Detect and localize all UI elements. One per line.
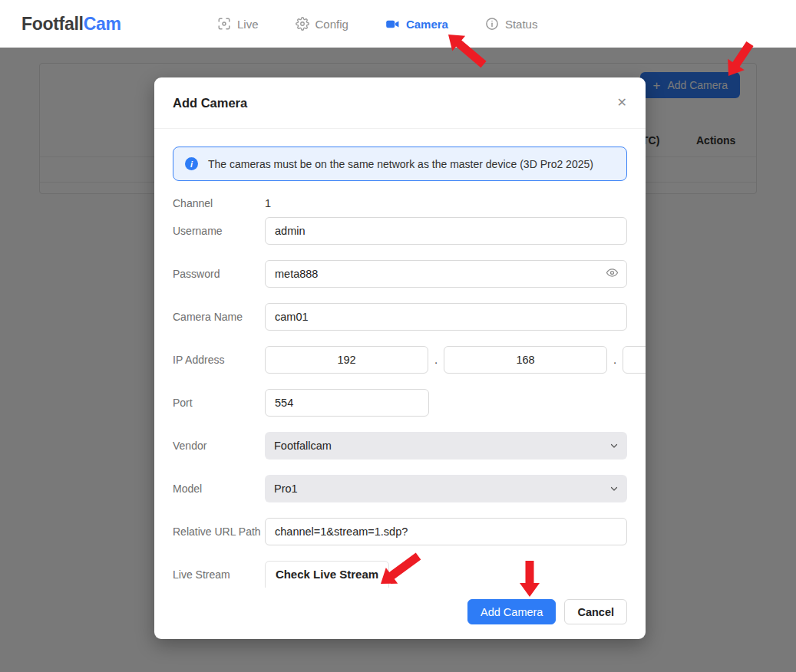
logo-text-footfall: Footfall — [21, 14, 84, 34]
chevron-down-icon — [609, 484, 619, 493]
relative-url-path-label: Relative URL Path — [173, 525, 265, 538]
ip-address-row: IP Address . . . — [173, 346, 627, 374]
username-row: Username — [173, 217, 627, 245]
logo-text-cam: Cam — [84, 14, 121, 34]
modal-footer: Add Camera Cancel — [154, 588, 646, 639]
camera-name-row: Camera Name — [173, 303, 627, 331]
network-info-alert: i The cameras must be on the same networ… — [173, 147, 627, 181]
password-visibility-toggle[interactable] — [606, 266, 619, 279]
eye-icon — [606, 270, 619, 282]
nav-tab-camera[interactable]: Camera — [385, 17, 448, 31]
main-nav: Live Config Camera — [217, 0, 537, 48]
close-icon[interactable]: ✕ — [617, 97, 627, 109]
modal-body: i The cameras must be on the same networ… — [154, 129, 646, 588]
cancel-button[interactable]: Cancel — [564, 599, 627, 624]
chevron-down-icon — [609, 441, 619, 450]
gear-icon — [296, 17, 309, 31]
ip-octet-3-input[interactable] — [623, 346, 646, 374]
channel-row: Channel 1 — [173, 197, 627, 209]
vendor-selected-value: Footfallcam — [274, 440, 332, 452]
ip-address-label: IP Address — [173, 354, 265, 366]
username-input[interactable] — [265, 217, 627, 245]
check-live-stream-button[interactable]: Check Live Stream — [265, 561, 389, 588]
add-camera-modal: Add Camera ✕ i The cameras must be on th… — [154, 77, 646, 639]
page: FootfallCam Live — [0, 0, 796, 672]
vendor-label: Vendor — [173, 440, 265, 452]
ip-octet-1-input[interactable] — [265, 346, 428, 374]
password-row: Password — [173, 260, 627, 288]
modal-title: Add Camera — [173, 96, 247, 110]
channel-label: Channel — [173, 197, 265, 209]
username-label: Username — [173, 225, 265, 237]
camera-name-input[interactable] — [265, 303, 627, 331]
nav-tab-status[interactable]: Status — [485, 17, 538, 31]
vendor-select[interactable]: Footfallcam — [265, 432, 627, 460]
model-label: Model — [173, 483, 265, 495]
port-input[interactable] — [265, 389, 429, 417]
model-selected-value: Pro1 — [274, 483, 298, 495]
vendor-row: Vendor Footfallcam — [173, 432, 627, 460]
info-circle-icon — [485, 17, 499, 31]
port-row: Port — [173, 389, 627, 417]
live-stream-row: Live Stream Check Live Stream — [173, 561, 627, 588]
nav-label: Camera — [406, 18, 448, 31]
ip-octet-2-input[interactable] — [444, 346, 607, 374]
info-icon: i — [185, 157, 198, 170]
alert-text: The cameras must be on the same network … — [208, 158, 593, 170]
camera-name-label: Camera Name — [173, 311, 265, 323]
video-camera-icon — [385, 17, 400, 31]
relative-url-path-row: Relative URL Path — [173, 518, 627, 545]
password-label: Password — [173, 268, 265, 280]
relative-url-path-input[interactable] — [265, 518, 627, 545]
nav-label: Status — [505, 18, 538, 31]
ip-separator: . — [428, 356, 444, 364]
nav-tab-live[interactable]: Live — [217, 17, 259, 31]
modal-header: Add Camera ✕ — [154, 77, 646, 129]
top-navigation-bar: FootfallCam Live — [0, 0, 796, 48]
model-row: Model Pro1 — [173, 475, 627, 502]
nav-tab-config[interactable]: Config — [296, 17, 348, 31]
footfallcam-logo: FootfallCam — [21, 14, 121, 35]
live-focus-icon — [217, 17, 231, 31]
port-label: Port — [173, 397, 265, 409]
model-select[interactable]: Pro1 — [265, 475, 627, 502]
add-camera-submit-button[interactable]: Add Camera — [467, 599, 556, 624]
nav-label: Live — [237, 18, 259, 31]
ip-separator: . — [607, 356, 623, 364]
nav-label: Config — [315, 18, 348, 31]
live-stream-label: Live Stream — [173, 568, 265, 581]
password-input[interactable] — [265, 260, 627, 288]
channel-value: 1 — [265, 197, 271, 209]
